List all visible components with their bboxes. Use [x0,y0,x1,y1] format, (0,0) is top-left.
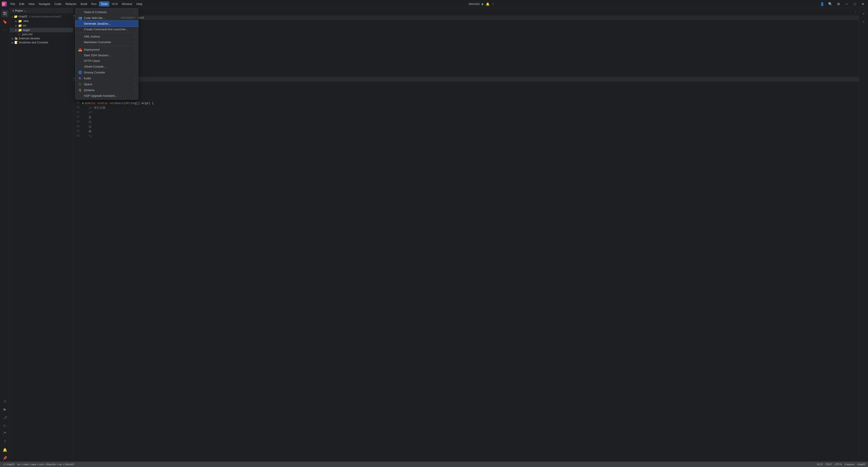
project-panel-title: Project [15,9,23,12]
sidebar-icon-android[interactable]: 📱 [1,430,8,437]
code-line-24: 24 注 [73,125,859,129]
sidebar-icon-project[interactable] [1,10,8,17]
menu-edit[interactable]: Edit [18,1,26,6]
src-folder-icon: 📁 [18,24,22,27]
more-icon[interactable]: ⋮ [491,2,495,6]
right-sidebar-label: m [862,20,866,24]
menu-row-httpclient[interactable]: HTTP Client › [75,58,138,64]
markdown-arrow: › [134,41,135,43]
title-bar: IJ File Edit View Navigate Code Refactor… [0,0,868,8]
chap02-expand: ▾ [12,15,13,18]
status-indent[interactable]: 4 spaces [844,463,855,466]
menu-run[interactable]: Run [90,1,98,6]
idea-label: .idea [23,20,29,23]
breadcrumb: chap02 › src › main › java › com › lihao… [73,16,859,20]
notification-icon[interactable]: 🔔 [486,2,490,6]
menu-build[interactable]: Build [79,1,89,6]
code-line-h2: </h2> [73,34,859,39]
left-sidebar-icons: 🔖 ⋯ ⚠ ▶ ⎇ ▷ 📱 ? 🔔 📌 [0,8,10,462]
tools-dropdown-menu: Tasks & Contexts › 👥 Code With Me... Ctr… [75,8,138,100]
editor-settings-icon[interactable]: ⋮ [854,10,857,13]
status-branch[interactable]: ⎇ chap02 [3,463,14,466]
deployment-icon: 📤 [78,48,82,51]
status-extra: chap02 [857,463,865,466]
tree-item-chap02[interactable]: ▾ 📁 chap02 D:\dev\java\code\javase\chap0… [10,14,73,19]
extlibs-label: External Libraries [19,37,40,40]
sidebar-icon-problems[interactable]: ⚠ [1,397,8,405]
run-icon[interactable]: ▶ [482,2,484,6]
code-line-22: 22 多 [73,115,859,120]
menu-row-generatejavadoc[interactable]: Generate JavaDoc... [75,21,138,26]
code-line-16: 16 * 主方法 程序入口 [73,86,859,91]
tree-item-idea[interactable]: ▶ 📁 .idea [10,19,73,23]
status-line-ending[interactable]: CRLF [826,463,832,466]
tree-item-src[interactable]: ▶ 📁 src [10,23,73,28]
tree-item-target[interactable]: ▶ 📁 target [10,28,73,32]
codewithme-shortcut: Ctrl+Shift+Y [121,16,135,20]
tree-item-scratches[interactable]: ▶ 📝 Scratches and Consoles [10,40,73,44]
menu-navigate[interactable]: Navigate [37,1,52,6]
project-panel-header[interactable]: ▾ Project ⌄ [10,8,73,13]
menu-row-markdown[interactable]: Markdown Converter › [75,39,138,45]
run-gutter-19[interactable]: ▶ [82,101,84,105]
sidebar-icon-help[interactable]: ? [1,438,8,445]
menu-help[interactable]: Help [134,1,144,6]
sidebar-icon-pin[interactable]: 📌 [1,454,8,462]
menu-row-groovyconsole[interactable]: 🌀 Groovy Console [75,69,138,75]
httpclient-arrow: › [134,60,135,62]
menu-row-xml[interactable]: XML Actions › [75,34,138,39]
scratches-icon: 📝 [14,41,18,44]
menu-row-agp[interactable]: AGP Upgrade Assistant... [75,93,138,98]
minimize-btn[interactable]: ─ [844,1,850,7]
status-bar-left: ⎇ chap02 src > main > java > com > lihao… [3,463,74,466]
menu-window[interactable]: Window [120,1,134,6]
menu-row-jshell[interactable]: JShell Console... [75,64,138,69]
sidebar-icon-bookmarks[interactable]: 🔖 [1,18,8,25]
groovyconsole-label: Groovy Console [84,71,105,74]
maximize-btn[interactable]: □ [852,1,858,7]
tasks-arrow: › [134,11,135,13]
menu-view[interactable]: View [26,1,36,6]
code-line-25: 25 释 [73,129,859,134]
menu-row-qodana[interactable]: Q Qodana › [75,87,138,93]
menu-row-ssh[interactable]: Start SSH Session... [75,53,138,58]
menu-file[interactable]: File [8,1,17,6]
markdown-label: Markdown Converter [84,40,111,44]
kotlin-arrow: › [134,77,135,80]
code-line-13: 13 */ [73,72,859,77]
commandline-label: Create Command-line Launcher... [84,28,128,31]
sidebar-icon-more[interactable]: ⋯ [1,26,8,33]
tree-item-external-libs[interactable]: ▶ 📚 External Libraries [10,36,73,40]
src-label: src [23,24,26,27]
menu-row-space[interactable]: ⬡ Space › [75,81,138,87]
code-line-26: 26 */ [73,134,859,139]
menu-code[interactable]: Code [53,1,63,6]
httpclient-label: HTTP Client [84,59,100,63]
status-encoding[interactable]: UTF-8 [835,463,842,466]
right-icon-checkmark: ✓ [860,10,867,17]
tree-item-pom[interactable]: m pom.xml [10,32,73,36]
menu-vcs[interactable]: VCS [110,1,120,6]
menu-row-commandline[interactable]: Create Command-line Launcher... [75,26,138,32]
sidebar-icon-terminal[interactable]: ▶ [1,406,8,413]
menu-row-codewithme[interactable]: 👥 Code With Me... Ctrl+Shift+Y [75,15,138,21]
project-tree: ▾ 📁 chap02 D:\dev\java\code\javase\chap0… [10,13,73,462]
menu-row-deployment[interactable]: 📤 Deployment › [75,46,138,53]
svg-rect-5 [5,14,6,15]
menu-row-kotlin[interactable]: K Kotlin › [75,75,138,81]
codewithme-icon: 👥 [78,16,82,20]
search-btn[interactable]: 🔍 [827,1,834,7]
settings-btn[interactable]: ⚙ [835,1,842,7]
close-btn[interactable]: ✕ [860,1,866,7]
menu-refactor[interactable]: Refactor [64,1,79,6]
sidebar-icon-notifications[interactable]: 🔔 [1,446,8,454]
target-expand: ▶ [16,29,17,31]
sidebar-icon-run[interactable]: ▷ [1,422,8,429]
svg-rect-2 [3,12,5,13]
extlibs-expand: ▶ [12,37,13,40]
sidebar-icon-git[interactable]: ⎇ [1,414,8,421]
menu-row-tasks[interactable]: Tasks & Contexts › [75,9,138,15]
profile-btn[interactable]: 👤 [819,1,826,7]
code-editor[interactable]: <!-- <h1>第一个java程序</h1> --> </h2> <li> 单… [73,20,859,462]
menu-tools[interactable]: Tools [99,1,110,6]
